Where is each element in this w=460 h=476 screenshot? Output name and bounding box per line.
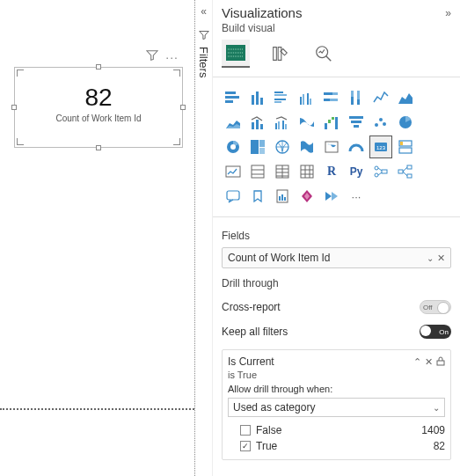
stacked-column-100-icon[interactable] [345, 86, 368, 109]
svg-rect-10 [256, 92, 259, 105]
expand-left-icon[interactable]: « [201, 5, 207, 18]
svg-rect-33 [282, 121, 284, 129]
keep-filters-toggle[interactable]: On [420, 325, 451, 339]
drill-mode-select[interactable]: Used as category ⌄ [228, 398, 445, 417]
power-automate-icon[interactable] [320, 185, 343, 208]
svg-rect-18 [307, 93, 309, 105]
clustered-column-icon[interactable] [296, 86, 318, 109]
waterfall-icon[interactable] [320, 111, 343, 134]
paginated-report-icon[interactable] [271, 185, 294, 208]
power-apps-icon[interactable] [296, 185, 318, 208]
key-influencers-icon[interactable] [369, 160, 392, 183]
filters-pane-collapsed[interactable]: « Filters [195, 0, 213, 476]
remove-field-icon[interactable]: ✕ [437, 253, 445, 264]
report-canvas[interactable]: ··· 82 Count of Work Item Id [0, 0, 195, 476]
svg-line-5 [326, 56, 332, 62]
svg-rect-28 [252, 122, 254, 129]
scatter-icon[interactable] [369, 111, 392, 134]
stacked-area-icon[interactable] [222, 111, 245, 134]
card-icon[interactable]: 123 [369, 135, 392, 158]
clustered-bar-icon[interactable] [271, 86, 294, 109]
kpi-icon[interactable] [222, 160, 245, 183]
checkbox-checked[interactable] [240, 441, 251, 451]
svg-rect-52 [325, 142, 338, 152]
svg-rect-78 [407, 165, 412, 169]
svg-rect-84 [279, 196, 281, 201]
python-visual-icon[interactable]: Py [345, 160, 368, 183]
r-visual-icon[interactable]: R [320, 160, 343, 183]
area-chart-icon[interactable] [394, 86, 417, 109]
format-visual-tab[interactable] [266, 40, 294, 68]
stacked-bar-100-icon[interactable] [320, 86, 343, 109]
matrix-icon[interactable] [296, 160, 318, 183]
filter-icon[interactable] [146, 49, 158, 64]
svg-rect-14 [274, 99, 286, 100]
cross-report-toggle[interactable]: Off [420, 300, 451, 314]
svg-line-75 [378, 168, 382, 171]
drill-value-row[interactable]: False 1409 [228, 422, 445, 438]
fields-well[interactable]: Count of Work Item Id ⌄ ✕ [222, 247, 451, 268]
visualizations-pane: Visualizations » Build visual [213, 0, 460, 476]
expand-right-icon[interactable]: » [445, 7, 451, 19]
drill-value-row[interactable]: True 82 [228, 438, 445, 454]
svg-line-76 [378, 172, 382, 175]
svg-rect-19 [310, 99, 311, 105]
build-visual-tab[interactable] [222, 40, 250, 68]
funnel-icon[interactable] [345, 111, 368, 134]
svg-rect-34 [285, 124, 287, 129]
chevron-down-icon[interactable]: ⌄ [427, 253, 434, 263]
analytics-tab[interactable] [310, 40, 338, 68]
svg-rect-32 [278, 121, 280, 129]
svg-rect-86 [284, 197, 286, 201]
cross-report-label: Cross-report [222, 301, 281, 313]
svg-rect-85 [281, 194, 283, 201]
svg-rect-16 [300, 97, 302, 105]
stacked-bar-icon[interactable] [222, 86, 245, 109]
svg-rect-29 [256, 120, 259, 129]
svg-rect-50 [259, 148, 265, 154]
svg-rect-59 [252, 165, 264, 178]
filters-pane-label: Filters [197, 47, 210, 77]
collapse-filter-icon[interactable]: ⌃ [413, 356, 421, 368]
svg-rect-23 [330, 99, 338, 101]
svg-point-44 [383, 122, 386, 126]
svg-line-80 [403, 167, 407, 172]
remove-drill-field-icon[interactable]: ✕ [425, 356, 433, 368]
svg-rect-36 [328, 120, 331, 123]
line-chart-icon[interactable] [369, 86, 392, 109]
svg-rect-6 [225, 92, 236, 94]
more-options-icon[interactable]: ··· [165, 50, 179, 64]
svg-rect-27 [357, 91, 360, 99]
line-clustered-column-icon[interactable] [271, 111, 294, 134]
table-icon[interactable] [271, 160, 294, 183]
svg-point-43 [379, 118, 383, 121]
qa-visual-icon[interactable] [222, 185, 245, 208]
pie-icon[interactable] [394, 111, 417, 134]
map-icon[interactable] [271, 135, 294, 158]
slicer-icon[interactable] [246, 160, 269, 183]
smart-narrative-icon[interactable] [246, 185, 269, 208]
drill-value-label: False [256, 424, 281, 436]
visualization-picker: 123 R Py ··· [213, 81, 460, 213]
donut-icon[interactable] [222, 135, 245, 158]
ribbon-chart-icon[interactable] [296, 111, 318, 134]
line-column-icon[interactable] [246, 111, 269, 134]
svg-rect-21 [332, 92, 338, 95]
svg-rect-67 [301, 165, 313, 178]
gauge-icon[interactable] [345, 135, 368, 158]
card-label: Count of Work Item Id [15, 114, 182, 123]
drill-value-label: True [256, 440, 277, 452]
treemap-icon[interactable] [246, 135, 269, 158]
card-visual[interactable]: 82 Count of Work Item Id [14, 67, 183, 148]
checkbox-unchecked[interactable] [240, 425, 251, 436]
lock-icon[interactable] [436, 356, 445, 368]
more-visuals-icon[interactable]: ··· [345, 185, 368, 208]
decomposition-tree-icon[interactable] [394, 160, 417, 183]
shape-map-icon[interactable] [320, 135, 343, 158]
chevron-down-icon: ⌄ [433, 403, 440, 413]
keep-filters-label: Keep all filters [222, 326, 288, 338]
multi-row-card-icon[interactable] [394, 135, 417, 158]
filled-map-icon[interactable] [296, 135, 318, 158]
stacked-column-icon[interactable] [246, 86, 269, 109]
svg-rect-49 [259, 140, 265, 147]
